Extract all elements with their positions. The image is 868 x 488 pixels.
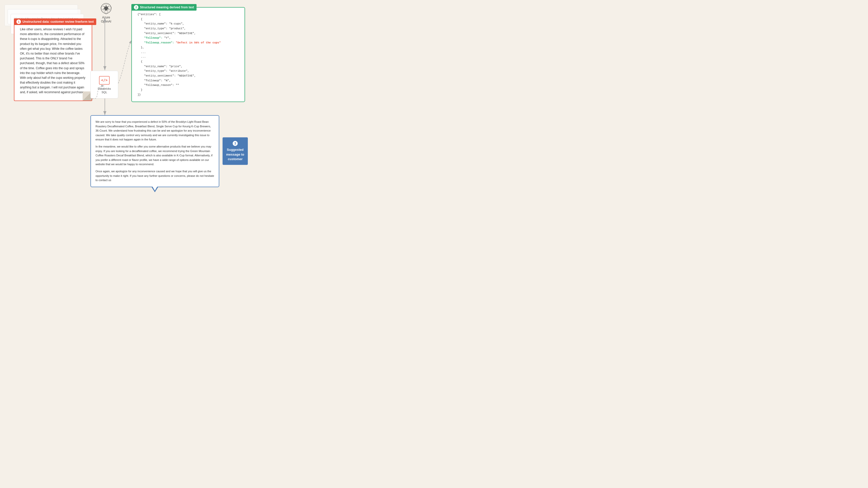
review-card: 1 Unstructured data: customer review fre… <box>14 22 92 101</box>
databricks-icon: </> <box>98 75 111 85</box>
arrow-databricks-to-json <box>118 40 131 83</box>
message-card: We are sorry to hear that you experience… <box>90 115 219 187</box>
review-text: Like other users, whose reviews I wish I… <box>20 27 86 95</box>
message-paragraph-0: We are sorry to hear that you experience… <box>95 120 214 142</box>
openai-icon <box>100 2 113 14</box>
azure-openai-label: Azure OpenAI <box>93 16 119 24</box>
message-paragraph-2: Once again, we apologize for any inconve… <box>95 169 214 183</box>
json-badge-number: 2 <box>134 5 138 9</box>
databricks-label: Databricks SQL <box>98 87 111 94</box>
review-badge: 1 Unstructured data: customer review fre… <box>14 19 96 25</box>
message-content: We are sorry to hear that you experience… <box>95 120 214 183</box>
message-badge-label: Suggested message to customer <box>225 148 245 161</box>
svg-text:</>: </> <box>101 78 107 82</box>
azure-openai-logo: Azure OpenAI <box>93 2 119 24</box>
review-badge-number: 1 <box>17 20 21 24</box>
review-badge-label: Unstructured data: customer review freef… <box>23 20 94 24</box>
message-arrow-down <box>151 187 158 192</box>
databricks-box: </> Databricks SQL <box>90 71 118 98</box>
json-content: {"entities": [ { "entity_name": "k-cups"… <box>137 12 239 97</box>
json-card: 2 Structured meaning derived from text {… <box>131 7 245 102</box>
message-badge-number: 3 <box>232 141 238 146</box>
message-paragraph-1: In the meantime, we would like to offer … <box>95 145 214 167</box>
json-badge-label: Structured meaning derived from text <box>140 5 194 9</box>
json-badge: 2 Structured meaning derived from text <box>131 4 196 10</box>
message-badge: 3 Suggested message to customer <box>222 138 248 165</box>
